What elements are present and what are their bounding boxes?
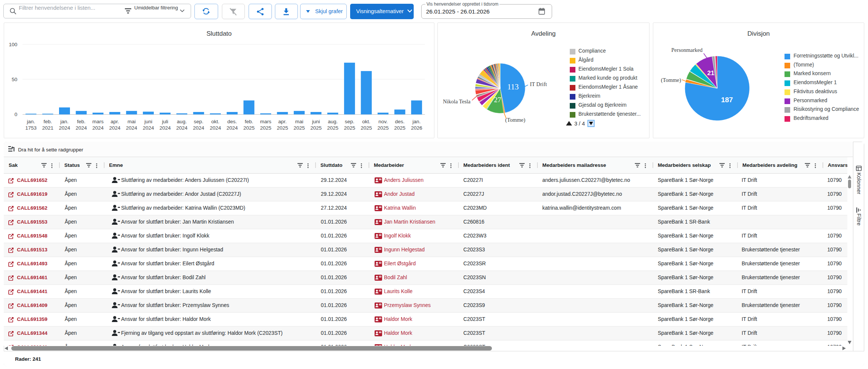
svg-text:(Tomme): (Tomme) bbox=[661, 77, 681, 83]
svg-text:des.: des. bbox=[395, 119, 405, 124]
svg-text:2025: 2025 bbox=[277, 125, 288, 131]
svg-text:187: 187 bbox=[721, 96, 733, 104]
svg-text:2025: 2025 bbox=[243, 125, 255, 131]
svg-text:21: 21 bbox=[707, 70, 715, 77]
svg-text:2025: 2025 bbox=[294, 125, 305, 131]
svg-text:100: 100 bbox=[9, 42, 17, 47]
svg-text:feb.: feb. bbox=[245, 119, 253, 124]
svg-text:2024: 2024 bbox=[176, 125, 188, 131]
svg-text:2025: 2025 bbox=[327, 125, 338, 131]
svg-text:2024: 2024 bbox=[143, 125, 154, 131]
svg-text:2024: 2024 bbox=[210, 125, 222, 131]
svg-text:2024: 2024 bbox=[159, 125, 171, 131]
svg-text:mars: mars bbox=[93, 119, 104, 124]
svg-text:mai: mai bbox=[127, 119, 136, 124]
svg-text:2024: 2024 bbox=[226, 125, 238, 131]
svg-text:okt.: okt. bbox=[211, 119, 220, 124]
svg-text:jan.: jan. bbox=[412, 119, 421, 124]
svg-text:apr.: apr. bbox=[111, 119, 119, 124]
svg-text:2025: 2025 bbox=[344, 125, 355, 131]
svg-text:(Tomme): (Tomme) bbox=[505, 117, 525, 123]
svg-text:2025: 2025 bbox=[377, 125, 388, 131]
svg-text:jan.: jan. bbox=[26, 119, 35, 124]
svg-text:sep.: sep. bbox=[194, 119, 203, 124]
svg-text:2025: 2025 bbox=[260, 125, 271, 131]
svg-text:2024: 2024 bbox=[126, 125, 138, 131]
svg-text:juli: juli bbox=[162, 119, 168, 124]
svg-text:2021: 2021 bbox=[42, 125, 53, 131]
svg-text:feb.: feb. bbox=[44, 119, 52, 124]
svg-text:2024: 2024 bbox=[59, 125, 70, 131]
svg-text:des.: des. bbox=[228, 119, 237, 124]
svg-text:2024: 2024 bbox=[76, 125, 87, 131]
svg-text:2025: 2025 bbox=[394, 125, 405, 131]
svg-text:feb.: feb. bbox=[77, 119, 86, 124]
svg-text:2026: 2026 bbox=[411, 125, 422, 131]
svg-text:Nikola Tesla: Nikola Tesla bbox=[443, 98, 471, 104]
svg-text:juni: juni bbox=[312, 119, 320, 124]
svg-text:mars: mars bbox=[260, 119, 272, 124]
svg-text:IT Drift: IT Drift bbox=[530, 81, 547, 87]
svg-text:113: 113 bbox=[507, 82, 519, 91]
svg-text:Personmarked: Personmarked bbox=[671, 47, 703, 53]
svg-text:aug.: aug. bbox=[177, 119, 187, 124]
svg-text:27: 27 bbox=[494, 96, 501, 104]
svg-text:2024: 2024 bbox=[109, 125, 121, 131]
svg-text:sep.: sep. bbox=[345, 119, 355, 124]
svg-text:2025: 2025 bbox=[310, 125, 322, 131]
svg-text:nov.: nov. bbox=[378, 119, 388, 124]
svg-text:aug.: aug. bbox=[328, 119, 338, 124]
svg-text:jan.: jan. bbox=[60, 119, 69, 124]
svg-text:2024: 2024 bbox=[193, 125, 205, 131]
svg-text:50: 50 bbox=[12, 77, 17, 82]
svg-text:2024: 2024 bbox=[93, 125, 104, 131]
svg-text:2025: 2025 bbox=[361, 125, 372, 131]
svg-text:0: 0 bbox=[14, 112, 17, 117]
svg-text:okt.: okt. bbox=[362, 119, 370, 124]
svg-text:juni: juni bbox=[144, 119, 152, 124]
svg-text:apr.: apr. bbox=[278, 119, 287, 124]
svg-text:1753: 1753 bbox=[25, 125, 36, 131]
svg-text:mai: mai bbox=[295, 119, 303, 124]
